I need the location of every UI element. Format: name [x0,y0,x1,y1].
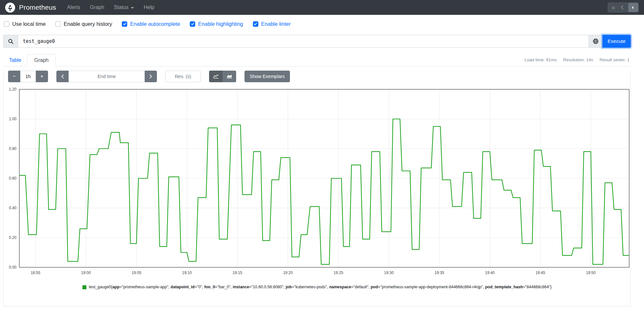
svg-text:0.00: 0.00 [9,265,17,270]
checkbox-icon [55,21,61,27]
chart-type-toggle [209,71,236,82]
svg-text:19:25: 19:25 [333,271,343,275]
checkbox-icon [190,21,195,27]
svg-text:19:15: 19:15 [233,271,242,275]
increase-range-button[interactable]: + [36,71,48,82]
execute-button[interactable]: Execute [602,35,631,48]
metrics-explorer-globe-icon[interactable] [589,35,602,48]
endtime-control-group [56,71,157,82]
svg-text:19:05: 19:05 [132,271,141,275]
svg-text:0.80: 0.80 [9,146,17,151]
svg-text:19:40: 19:40 [485,271,495,275]
svg-text:19:30: 19:30 [384,271,394,275]
stacked-chart-icon[interactable] [223,71,236,82]
checkbox-linter[interactable]: Enable linter [253,21,291,27]
show-exemplars-button[interactable]: Show Exemplars [245,71,290,82]
series-color-swatch[interactable] [82,285,86,289]
resolution-input[interactable] [165,71,201,82]
navbar: Prometheus Alerts Graph Status Help ☼ ☾ … [0,0,644,15]
graph-panel: − + Show Exemplars 0.000.200.400.600.801… [3,71,631,306]
load-time: Load time: 91ms [524,57,557,62]
nav-alerts[interactable]: Alerts [67,5,80,10]
chart-plot-area[interactable]: 0.000.200.400.600.801.001.2018:5519:0019… [4,86,630,279]
time-series-chart[interactable]: 0.000.200.400.600.801.001.2018:5519:0019… [4,86,630,279]
checkbox-icon [253,21,258,27]
end-time-input[interactable] [69,71,145,82]
decrease-range-button[interactable]: − [8,71,20,82]
nav-help[interactable]: Help [144,5,154,10]
nav-status-dropdown[interactable]: Status [114,5,134,10]
svg-text:1.00: 1.00 [9,117,17,121]
line-chart-icon[interactable] [209,71,223,82]
tab-graph[interactable]: Graph [27,54,55,66]
moon-icon[interactable]: ☾ [618,3,628,12]
svg-text:19:35: 19:35 [435,271,444,275]
series-label[interactable]: test_gauge0{app="prometheus-sample-app",… [89,285,552,289]
tab-table[interactable]: Table [3,54,27,66]
query-bar: Execute [3,35,631,48]
svg-text:1.20: 1.20 [9,87,17,92]
theme-toggle-group: ☼ ☾ ◐ [608,2,639,13]
chevron-down-icon [131,7,134,9]
checkbox-icon [4,21,9,27]
svg-text:19:45: 19:45 [535,271,545,275]
checkbox-highlighting[interactable]: Enable highlighting [190,21,243,27]
svg-text:19:00: 19:00 [81,271,91,275]
graph-controls: − + Show Exemplars [8,71,630,82]
nav-graph[interactable]: Graph [90,5,104,10]
svg-text:0.20: 0.20 [9,235,17,240]
query-stats: Load time: 91ms Resolution: 14s Result s… [524,57,631,66]
checkbox-icon [122,21,127,27]
chevron-right-icon[interactable] [145,71,157,82]
svg-text:18:55: 18:55 [31,271,40,275]
chart-legend: test_gauge0{app="prometheus-sample-app",… [4,285,630,289]
options-row: Use local time Enable query history Enab… [4,20,644,28]
checkbox-use-local-time[interactable]: Use local time [4,21,46,27]
checkbox-query-history[interactable]: Enable query history [55,21,112,27]
resolution: Resolution: 14s [563,57,593,62]
range-control-group: − + [8,71,48,82]
svg-text:19:10: 19:10 [182,271,192,275]
result-tabs: Table Graph Load time: 91ms Resolution: … [3,54,631,66]
half-circle-icon[interactable]: ◐ [628,3,638,12]
checkbox-autocomplete[interactable]: Enable autocomplete [122,21,180,27]
prometheus-logo-icon [5,3,15,13]
svg-text:19:50: 19:50 [586,271,596,275]
svg-text:19:20: 19:20 [283,271,293,275]
svg-text:0.40: 0.40 [9,206,17,210]
search-icon [3,35,18,48]
brand-link[interactable]: Prometheus [5,3,56,13]
svg-text:0.60: 0.60 [9,176,17,181]
sun-icon[interactable]: ☼ [608,3,618,12]
range-input[interactable] [20,71,36,82]
result-series: Result series: 1 [600,57,630,62]
chevron-left-icon[interactable] [56,71,69,82]
app-title: Prometheus [19,4,56,11]
query-expression-input[interactable] [18,35,589,48]
